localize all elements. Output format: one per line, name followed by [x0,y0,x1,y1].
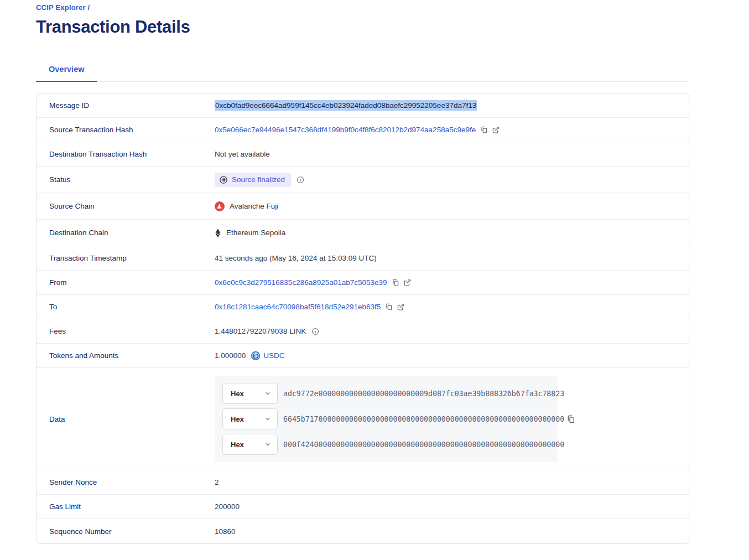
row-dest-chain: Destination Chain Ethereum Sepolia [37,220,689,246]
sequence-number-label: Sequence Number [37,527,215,536]
fees-info-icon[interactable] [311,328,319,335]
token-amount: 1.000000 [215,351,246,360]
copy-icon[interactable] [480,126,488,134]
row-sequence-number: Sequence Number 10860 [37,519,689,543]
row-dest-tx-hash: Destination Transaction Hash Not yet ava… [37,142,689,167]
chevron-down-icon [264,416,271,422]
sender-nonce-value: 2 [215,478,219,486]
message-id-value: 0xcb0fad9eec6664ad959f145cc4eb023924fade… [215,100,477,111]
status-badge: Source finalized [215,173,291,187]
row-from: From 0x6e0c9c3d279516835c286a8925a01ab7c… [37,271,689,295]
external-link-icon[interactable] [492,126,500,134]
copy-icon[interactable] [392,278,399,287]
row-status: Status Source finalized [37,167,689,193]
hex-format-select[interactable]: Hex [222,408,278,429]
page-title: Transaction Details [36,17,689,37]
token-usdc-link[interactable]: USDC [263,351,284,360]
copy-icon[interactable] [566,414,575,424]
source-chain-name: Avalanche Fuji [230,202,278,210]
row-data: Data Hex adc9772e00000000000000000000000… [37,368,689,470]
status-badge-text: Source finalized [232,175,285,184]
tokens-label: Tokens and Amounts [37,351,215,360]
dest-tx-hash-label: Destination Transaction Hash [37,150,215,158]
avalanche-icon [215,201,225,211]
hex-select-value: Hex [231,440,244,449]
data-hex-line: 6645b71700000000000000000000000000000000… [283,415,564,423]
external-link-icon[interactable] [403,279,411,287]
breadcrumb: CCIP Explorer / [36,3,689,12]
data-panel: Hex adc9772e0000000000000000000000009d08… [215,376,558,462]
gas-limit-value: 200000 [215,502,240,511]
row-gas-limit: Gas Limit 200000 [37,495,689,519]
transaction-details-page: CCIP Explorer / Transaction Details Over… [0,0,749,560]
breadcrumb-separator: / [88,3,90,12]
fees-value: 1.4480127922079038 LINK [215,327,306,335]
row-source-chain: Source Chain Avalanche Fuji [37,193,689,220]
data-hex-line: 000f424000000000000000000000000000000000… [283,440,564,449]
tab-overview[interactable]: Overview [36,59,97,82]
hex-format-select[interactable]: Hex [222,434,278,455]
dest-tx-hash-value: Not yet available [215,150,270,158]
status-info-icon[interactable] [297,176,304,184]
row-to: To 0x18c1281caac64c70098baf5f618d52e291e… [37,295,689,319]
row-timestamp: Transaction Timestamp 41 seconds ago (Ma… [37,246,689,271]
chevron-down-icon [264,441,271,448]
from-address-link[interactable]: 0x6e0c9c3d279516835c286a8925a01ab7c5053e… [215,278,387,287]
hex-select-value: Hex [231,390,244,398]
to-address-link[interactable]: 0x18c1281caac64c70098baf5f618d52e291eb63… [215,303,381,311]
message-id-label: Message ID [37,101,215,110]
fees-label: Fees [37,327,215,335]
data-line: Hex 6645b7170000000000000000000000000000… [222,408,550,429]
row-tokens: Tokens and Amounts 1.000000 $ USDC [37,344,689,368]
data-hex-line: adc9772e0000000000000000000000009d087fc0… [283,390,564,398]
sequence-number-value: 10860 [215,527,236,536]
chevron-down-icon [264,390,271,397]
from-label: From [37,278,215,287]
source-tx-hash-link[interactable]: 0x5e066ec7e94496e1547c368df4199b9f0c4f8f… [215,126,476,134]
hex-format-select[interactable]: Hex [222,383,278,404]
tab-bar: Overview [36,59,689,82]
gas-limit-label: Gas Limit [37,502,215,511]
dest-chain-name: Ethereum Sepolia [226,229,285,237]
dest-chain-label: Destination Chain [37,229,215,237]
data-label: Data [37,415,215,423]
status-waves-icon [219,175,228,184]
row-source-tx-hash: Source Transaction Hash 0x5e066ec7e94496… [37,118,689,142]
hex-select-value: Hex [231,415,244,423]
row-sender-nonce: Sender Nonce 2 [37,470,689,495]
source-tx-hash-label: Source Transaction Hash [37,126,215,134]
timestamp-label: Transaction Timestamp [37,254,215,262]
to-label: To [37,303,215,311]
copy-icon[interactable] [385,303,393,311]
ethereum-icon [215,228,221,238]
sender-nonce-label: Sender Nonce [37,478,215,486]
row-fees: Fees 1.4480127922079038 LINK [37,319,689,344]
breadcrumb-ccip-explorer-link[interactable]: CCIP Explorer [36,3,86,12]
usdc-icon: $ [251,351,260,360]
status-label: Status [37,175,215,184]
external-link-icon[interactable] [397,303,404,311]
data-line: Hex 000f42400000000000000000000000000000… [222,434,550,455]
timestamp-value: 41 seconds ago (May 16, 2024 at 15:03:09… [215,254,377,262]
source-chain-label: Source Chain [37,202,215,210]
data-line: Hex adc9772e0000000000000000000000009d08… [222,383,550,404]
transaction-details-card: Message ID 0xcb0fad9eec6664ad959f145cc4e… [36,93,689,544]
row-message-id: Message ID 0xcb0fad9eec6664ad959f145cc4e… [37,94,689,118]
